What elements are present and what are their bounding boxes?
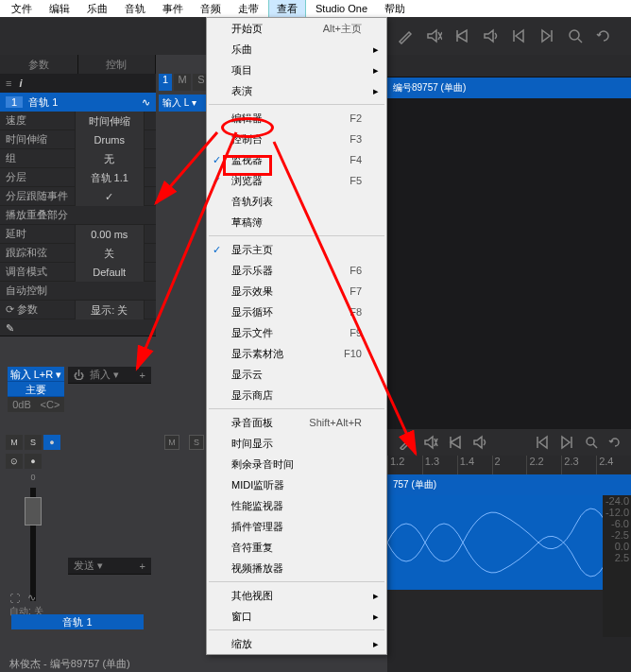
mute-button[interactable]: M (6, 435, 23, 450)
edit-icon[interactable]: ✎ (0, 319, 156, 336)
zoom2-icon[interactable] (584, 435, 599, 450)
menuitem-插件管理器[interactable]: 插件管理器 (207, 516, 386, 537)
solo-button[interactable]: S (25, 435, 42, 450)
mid-track-num[interactable]: 1 (159, 74, 172, 91)
volume-fader[interactable] (30, 488, 36, 601)
skip-back-icon[interactable] (535, 435, 550, 450)
trim-start-icon[interactable] (453, 27, 470, 44)
menu-音轨[interactable]: 音轨 (117, 0, 153, 18)
bottom-track-label[interactable]: 音轨 1 (11, 614, 144, 629)
menuitem-开始页[interactable]: 开始页Alt+主页 (207, 18, 386, 39)
menu-事件[interactable]: 事件 (155, 0, 191, 18)
menu-音频[interactable]: 音频 (193, 0, 229, 18)
menuitem-显示云[interactable]: 显示云 (207, 364, 386, 385)
speaker-icon[interactable] (482, 27, 499, 44)
menuitem-显示主页[interactable]: ✓显示主页 (207, 239, 386, 260)
audio-clip-2[interactable]: 757 (单曲) (387, 474, 631, 495)
insert-header[interactable]: ⏻ 插入 ▾ + (68, 367, 151, 384)
menuitem-控制台[interactable]: 控制台F3 (207, 129, 386, 149)
menuitem-草稿簿[interactable]: 草稿簿 (207, 212, 386, 233)
prop-延时[interactable]: 延时0.00 ms (0, 225, 156, 244)
add-send-icon[interactable]: + (140, 560, 145, 572)
track-header[interactable]: 1 音轨 1 ∿ (0, 93, 156, 112)
menuitem-显示文件[interactable]: 显示文件F9 (207, 322, 386, 343)
menuitem-乐曲[interactable]: 乐曲▸ (207, 39, 386, 60)
audio-clip-1[interactable]: 编号89757 (单曲) (387, 78, 631, 98)
editor-ruler[interactable]: 1.21.31.422.22.32.4 (387, 456, 631, 474)
add-insert-icon[interactable]: + (140, 370, 145, 381)
loop2-icon[interactable] (608, 435, 623, 450)
menuitem-显示效果[interactable]: 显示效果F7 (207, 281, 386, 302)
prop-速度[interactable]: 速度时间伸缩 (0, 112, 156, 130)
menuitem-项目[interactable]: 项目▸ (207, 60, 386, 80)
tab-control[interactable]: 控制 (78, 55, 157, 74)
menu-帮助[interactable]: 帮助 (377, 0, 413, 18)
menu-Studio One[interactable]: Studio One (308, 1, 375, 16)
menu-编辑[interactable]: 编辑 (42, 0, 77, 18)
prop-时间伸缩[interactable]: 时间伸缩Drums (0, 130, 156, 149)
menuitem-音符重复[interactable]: 音符重复 (207, 537, 386, 558)
arrangement-area[interactable] (387, 98, 631, 429)
send-header[interactable]: 发送 ▾ + (68, 558, 151, 575)
menuitem-其他视图[interactable]: 其他视图▸ (207, 585, 386, 606)
menuitem-编辑器[interactable]: 编辑器F2 (207, 108, 386, 129)
wave-small-icon[interactable]: ∿ (27, 592, 36, 604)
zoom-icon[interactable] (567, 27, 584, 44)
power-icon[interactable]: ⏻ (74, 370, 84, 381)
skip-fwd-icon[interactable] (559, 435, 574, 450)
menuitem-显示商店[interactable]: 显示商店 (207, 385, 386, 405)
menuitem-性能监视器[interactable]: 性能监视器 (207, 495, 386, 516)
timeline-ruler[interactable] (387, 55, 631, 78)
prop-自动控制[interactable]: 自动控制 (0, 282, 156, 301)
loop-icon[interactable] (595, 27, 612, 44)
menuitem-显示乐器[interactable]: 显示乐器F6 (207, 260, 386, 281)
prop-分层跟随事件[interactable]: 分层跟随事件✓ (0, 187, 156, 206)
prev-icon[interactable] (510, 27, 527, 44)
menuitem-音轨列表[interactable]: 音轨列表 (207, 191, 386, 212)
mid-mute[interactable]: M (174, 74, 191, 91)
list-icon[interactable]: ≡ (6, 78, 11, 89)
waveform-display[interactable] (387, 495, 603, 590)
menuitem-表演[interactable]: 表演▸ (207, 80, 386, 101)
menu-查看[interactable]: 查看 (268, 0, 306, 19)
prop-组[interactable]: 组无 (0, 149, 156, 168)
speaker2-icon[interactable] (472, 435, 487, 450)
monitor-button[interactable]: ⊙ (6, 454, 23, 469)
record-arm-button[interactable]: ● (25, 454, 42, 469)
gain-value[interactable]: 0dB (8, 397, 36, 412)
prop-分层[interactable]: 分层音轨 1.1 (0, 168, 156, 187)
menuitem-时间显示[interactable]: 时间显示 (207, 433, 386, 454)
menuitem-MIDI监听器[interactable]: MIDI监听器 (207, 474, 386, 495)
mute2-icon[interactable] (423, 435, 438, 450)
editor-toolbar (387, 429, 631, 456)
left-panel: 参数 控制 ≡ i 1 音轨 1 ∿ 速度时间伸缩时间伸缩Drums组无分层音轨… (0, 55, 156, 336)
mute-icon[interactable] (425, 27, 442, 44)
menuitem-录音面板[interactable]: 录音面板Shift+Alt+R (207, 412, 386, 433)
prop-调音模式[interactable]: 调音模式Default (0, 263, 156, 282)
menuitem-显示循环[interactable]: 显示循环F8 (207, 302, 386, 322)
prop-播放重叠部分[interactable]: 播放重叠部分 (0, 206, 156, 225)
prop-跟踪和弦[interactable]: 跟踪和弦关 (0, 244, 156, 263)
menu-文件[interactable]: 文件 (4, 0, 40, 18)
pencil-icon[interactable] (397, 27, 414, 44)
mid-mute-btn[interactable]: M (164, 435, 179, 450)
menuitem-剩余录音时间[interactable]: 剩余录音时间 (207, 454, 386, 474)
menuitem-显示素材池[interactable]: 显示素材池F10 (207, 343, 386, 364)
mid-solo-btn[interactable]: S (189, 435, 204, 450)
menuitem-视频播放器[interactable]: 视频播放器 (207, 558, 386, 578)
listen-button[interactable]: ● (43, 435, 60, 450)
expand-icon[interactable]: ⛶ (9, 593, 20, 604)
menu-走带[interactable]: 走带 (230, 0, 266, 18)
next-icon[interactable] (538, 27, 555, 44)
prop-参数[interactable]: ⟳ 参数显示: 关 (0, 301, 156, 319)
menu-乐曲[interactable]: 乐曲 (79, 0, 115, 18)
pan-value[interactable]: <C> (36, 397, 64, 412)
info-icon[interactable]: i (19, 78, 22, 89)
pencil2-icon[interactable] (399, 435, 414, 450)
tab-params[interactable]: 参数 (0, 55, 78, 74)
trim2-icon[interactable] (448, 435, 463, 450)
menuitem-缩放[interactable]: 缩放▸ (207, 633, 386, 654)
menuitem-窗口[interactable]: 窗口▸ (207, 606, 386, 627)
output-routing[interactable]: 主要 (8, 382, 64, 397)
input-routing[interactable]: 输入 L+R ▾ (8, 367, 64, 382)
